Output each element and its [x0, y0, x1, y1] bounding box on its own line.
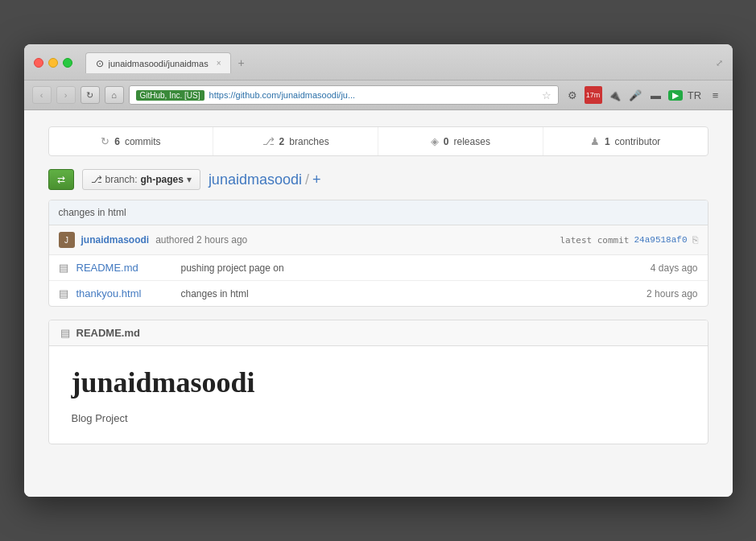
readme-content: junaidmasoodi Blog Project — [49, 346, 708, 444]
repo-path: junaidmasoodi / + — [209, 171, 321, 188]
repo-separator: / — [305, 171, 309, 188]
readme-body: Blog Project — [72, 412, 685, 424]
settings-icon[interactable]: ⚙ — [564, 86, 581, 104]
table-row: ▤ README.md pushing project page on 4 da… — [49, 255, 708, 281]
home-button[interactable]: ⌂ — [105, 86, 124, 104]
releases-icon: ◈ — [431, 135, 439, 147]
releases-stat[interactable]: ◈ 0 releases — [378, 127, 543, 155]
address-bar: GitHub, Inc. [US] https://github.com/jun… — [129, 85, 559, 105]
browser-navbar: ‹ › ↻ ⌂ GitHub, Inc. [US] https://github… — [24, 81, 733, 110]
file-icon: ▤ — [59, 287, 68, 299]
bookmark-icon[interactable]: ☆ — [542, 89, 552, 101]
browser-window: ⊙ junaidmasoodi/junaidmas × + ⤢ ‹ › ↻ ⌂ … — [24, 44, 733, 497]
active-tab[interactable]: ⊙ junaidmasoodi/junaidmas × — [85, 52, 232, 73]
branches-label: branches — [289, 136, 328, 147]
tab-bar: ⊙ junaidmasoodi/junaidmas × + — [85, 52, 709, 73]
releases-label: releases — [454, 136, 490, 147]
back-button[interactable]: ‹ — [32, 86, 52, 104]
green-badge[interactable]: ▶ — [668, 90, 683, 101]
sync-icon: ⇄ — [57, 174, 65, 185]
file-name[interactable]: thankyou.html — [76, 287, 173, 299]
new-file-button[interactable]: + — [312, 171, 321, 188]
extensions-icon[interactable]: 🔌 — [605, 86, 623, 104]
file-icon: ▤ — [59, 262, 68, 274]
stats-bar: ↻ 6 commits ⎇ 2 branches ◈ 0 releases ♟ … — [48, 126, 708, 156]
author-name[interactable]: junaidmasoodi — [81, 234, 150, 246]
ssl-badge: GitHub, Inc. [US] — [136, 90, 204, 101]
traffic-lights — [34, 58, 72, 68]
branches-stat[interactable]: ⎇ 2 branches — [213, 127, 378, 155]
github-icon: ⊙ — [96, 58, 104, 69]
repo-owner[interactable]: junaidmasoodi — [209, 171, 302, 188]
copy-hash-icon[interactable]: ⎘ — [692, 234, 698, 246]
readme-header: ▤ README.md — [49, 320, 708, 346]
table-row: ▤ thankyou.html changes in html 2 hours … — [49, 281, 708, 306]
releases-count: 0 — [444, 136, 449, 147]
url-text: https://github.com/junaidmasoodi/ju... — [209, 90, 537, 100]
dropdown-icon: ▾ — [187, 174, 192, 185]
sync-button[interactable]: ⇄ — [48, 169, 74, 190]
contributors-count: 1 — [605, 136, 610, 147]
readme-icon: ▤ — [60, 327, 70, 339]
contributors-stat[interactable]: ♟ 1 contributor — [543, 127, 708, 155]
contributors-label: contributor — [615, 136, 661, 147]
avatar: J — [59, 232, 75, 248]
forward-button[interactable]: › — [56, 86, 76, 104]
menu-icon[interactable]: ≡ — [707, 86, 725, 104]
minimize-button[interactable] — [48, 58, 58, 68]
tab-title: junaidmasoodi/junaidmas — [109, 59, 209, 68]
nav-icons: ⚙ 17m 🔌 🎤 ▬ ▶ TR ≡ — [564, 86, 725, 104]
branch-icon: ⎇ — [91, 174, 102, 185]
file-message: changes in html — [181, 288, 626, 299]
repo-controls: ⇄ ⎇ branch: gh-pages ▾ junaidmasoodi / + — [48, 169, 708, 190]
file-time: 4 days ago — [634, 262, 698, 274]
readme-heading: junaidmasoodi — [72, 365, 685, 399]
file-message: pushing project page on — [181, 262, 626, 274]
close-button[interactable] — [34, 58, 43, 68]
reload-button[interactable]: ↻ — [81, 86, 100, 104]
commit-hash[interactable]: 24a9518af0 — [634, 235, 687, 245]
commit-time: authored 2 hours ago — [155, 234, 247, 246]
notification-badge[interactable]: 17m — [585, 86, 602, 104]
commit-message: changes in html — [59, 207, 126, 218]
commits-count: 6 — [114, 136, 120, 147]
commit-header: changes in html — [49, 200, 708, 225]
commit-info-row: J junaidmasoodi authored 2 hours ago lat… — [49, 225, 708, 255]
file-time: 2 hours ago — [634, 288, 698, 299]
browser-titlebar: ⊙ junaidmasoodi/junaidmas × + ⤢ — [24, 44, 733, 81]
file-table: changes in html J junaidmasoodi authored… — [48, 200, 708, 307]
commit-hash-section: latest commit 24a9518af0 ⎘ — [560, 234, 697, 246]
translate-icon[interactable]: TR — [686, 86, 704, 104]
author-section: J junaidmasoodi authored 2 hours ago — [59, 232, 248, 248]
tab-close-button[interactable]: × — [217, 59, 221, 68]
branch-label: branch: — [105, 174, 138, 185]
commits-label: commits — [125, 136, 161, 147]
url-value: https://github.com/junaidmasoodi/ju... — [209, 90, 356, 100]
readme-title: README.md — [76, 327, 140, 339]
new-tab-button[interactable]: + — [231, 53, 250, 72]
maximize-button[interactable] — [63, 58, 72, 68]
branch-selector[interactable]: ⎇ branch: gh-pages ▾ — [82, 169, 200, 190]
readme-section: ▤ README.md junaidmasoodi Blog Project — [48, 320, 708, 444]
file-name[interactable]: README.md — [76, 262, 173, 274]
branches-icon: ⎇ — [262, 135, 275, 147]
latest-commit-label: latest commit — [560, 235, 629, 246]
commits-stat[interactable]: ↻ 6 commits — [49, 127, 214, 155]
page-content: ↻ 6 commits ⎇ 2 branches ◈ 0 releases ♟ … — [24, 110, 733, 497]
branches-count: 2 — [279, 136, 285, 147]
branch-name: gh-pages — [141, 174, 184, 185]
mic-icon[interactable]: 🎤 — [626, 86, 644, 104]
contributors-icon: ♟ — [590, 135, 600, 147]
resize-icon: ⤢ — [716, 58, 723, 68]
display-icon[interactable]: ▬ — [647, 86, 665, 104]
commits-icon: ↻ — [101, 135, 109, 147]
